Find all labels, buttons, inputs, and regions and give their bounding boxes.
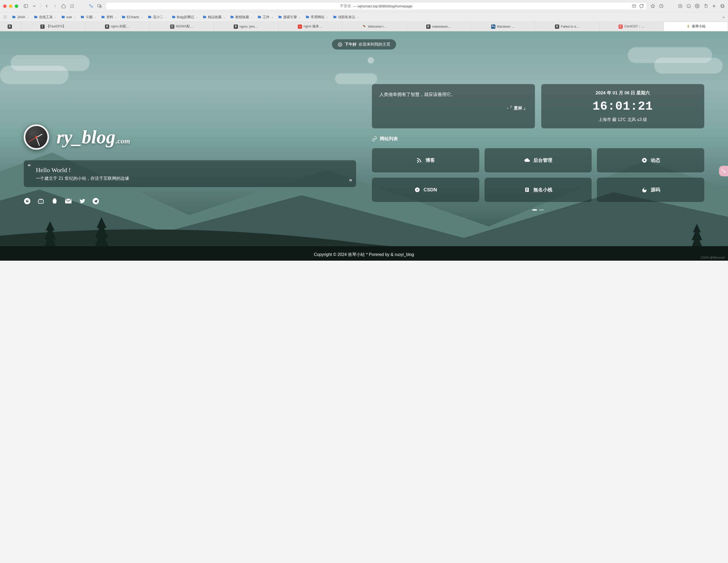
tile-label: 博客: [425, 157, 435, 164]
bilibili-icon[interactable]: [37, 198, 44, 205]
bookmark-folder[interactable]: ECharts⌄: [122, 15, 143, 19]
svg-point-9: [73, 7, 74, 8]
back-icon[interactable]: [44, 4, 49, 8]
browser-tab[interactable]: CCentOS7：…: [600, 22, 664, 31]
svg-point-1: [70, 4, 71, 5]
svg-point-24: [6, 17, 7, 17]
social-links: [24, 198, 356, 205]
site-brand: ry_blog.com: [56, 128, 130, 147]
apps-icon[interactable]: [70, 4, 74, 8]
gear-icon[interactable]: [695, 4, 700, 8]
telegram-icon[interactable]: [92, 198, 99, 205]
reader-icon[interactable]: [632, 4, 636, 8]
tile-label: 無名小栈: [533, 187, 552, 193]
link-tile[interactable]: 后台管理: [485, 148, 592, 172]
svg-point-7: [70, 7, 71, 8]
greeting-pill: 下午好 欢迎来到我的主页: [332, 39, 396, 50]
browser-tab[interactable]: CNGINX配…: [150, 22, 214, 31]
maximize-window-icon[interactable]: [15, 4, 18, 8]
history-icon[interactable]: [659, 4, 664, 8]
page-body: 下午好 欢迎来到我的主页 ry_blog.com ❝ Hello World !…: [0, 31, 728, 261]
date-text: 2024 年 01 月 06 日 星期六: [546, 90, 700, 96]
responsive-icon[interactable]: [97, 4, 102, 8]
gitee-icon[interactable]: [24, 198, 31, 205]
clock-logo-icon: [24, 124, 49, 150]
mail-icon[interactable]: [65, 198, 72, 205]
info-icon: [338, 42, 343, 47]
browser-tab[interactable]: Bnginx 的配…: [85, 22, 150, 31]
bookmark-folder[interactable]: Bolg折腾记⌄: [172, 15, 198, 20]
bookmark-folder[interactable]: 常用网站⌄: [305, 15, 328, 20]
bookmark-folder[interactable]: 精品收藏⌄: [203, 15, 225, 20]
browser-tab[interactable]: B: [0, 22, 21, 31]
share-icon[interactable]: [703, 4, 708, 8]
bookmark-folder[interactable]: vue⌄: [61, 15, 76, 19]
bookmark-folder[interactable]: 搜索引擎⌄: [278, 15, 301, 20]
bookmark-folder[interactable]: 在线工具⌄: [34, 15, 56, 20]
svg-rect-18: [721, 4, 724, 7]
browser-tab[interactable]: PsMardown …: [471, 22, 535, 31]
bookmark-folder[interactable]: 工作⌄: [257, 15, 273, 20]
bookmarks-overflow-icon[interactable]: »: [722, 15, 725, 20]
svg-rect-31: [38, 200, 44, 204]
svg-point-22: [4, 17, 4, 17]
link-tile[interactable]: 無名小栈: [485, 178, 592, 202]
left-column: ry_blog.com ❝ Hello World ! 一个建立于 21 世纪的…: [24, 84, 356, 245]
browser-tab[interactable]: BFailed to e…: [535, 22, 600, 31]
apps-grid-icon[interactable]: [3, 15, 7, 19]
pager-dot-active[interactable]: [532, 209, 537, 211]
bookmark-folder[interactable]: 绿联私有云⌄: [333, 15, 359, 20]
hello-card: ❝ Hello World ! 一个建立于 21 世纪的小站，存活于互联网的边缘…: [24, 160, 356, 187]
home-icon[interactable]: [61, 4, 66, 8]
quote-text: 人类侥幸拥有了智慧，就应该善用它。: [379, 91, 528, 98]
chevron-down-icon[interactable]: [32, 4, 37, 8]
footer-text: Copyright © 2024 依琴小站 * Porered by & ruo…: [0, 252, 728, 258]
link-tile[interactable]: 源码: [597, 178, 704, 202]
new-tab-icon[interactable]: [712, 4, 716, 8]
link-tile[interactable]: 博客: [372, 148, 479, 172]
browser-chrome: 不安全 — wjhsmart.top:8080/blog/homepage JA…: [0, 0, 728, 31]
browser-tab[interactable]: 🧍依琴小站: [664, 22, 728, 31]
bookmark-folder[interactable]: JAVA⌄: [12, 15, 29, 19]
close-window-icon[interactable]: [3, 4, 7, 8]
translate-fab[interactable]: [719, 166, 728, 176]
forward-icon[interactable]: [53, 4, 58, 8]
bookmark-folder[interactable]: 教程收藏⌄: [230, 15, 253, 20]
svg-point-4: [70, 6, 71, 6]
browser-tab[interactable]: Bmakedown…: [407, 22, 471, 31]
link-tile[interactable]: CSDN: [372, 178, 479, 202]
browser-tab[interactable]: Bnginx: [em…: [214, 22, 278, 31]
bookmark-folder[interactable]: 花小二⌄: [148, 15, 167, 20]
bookmark-folder[interactable]: 资料⌄: [101, 15, 117, 20]
browser-tab[interactable]: Z【FastDFS】: [21, 22, 85, 31]
bookmark-folder[interactable]: 斗图⌄: [80, 15, 96, 20]
svg-point-6: [73, 6, 74, 6]
pager-dot[interactable]: [539, 209, 544, 211]
tab-strip: BZ【FastDFS】Bnginx 的配…CNGINX配…Bnginx: [em…: [0, 22, 728, 31]
url-text: — wjhsmart.top:8080/blog/homepage: [353, 4, 412, 8]
link-tile[interactable]: 动态: [597, 148, 704, 172]
quote-open-icon: ❝: [27, 163, 31, 170]
reload-icon[interactable]: [639, 4, 644, 8]
info-icon[interactable]: [686, 4, 691, 8]
download-icon[interactable]: [678, 4, 683, 8]
svg-point-25: [4, 18, 4, 18]
svg-point-35: [644, 160, 645, 161]
logo-row: ry_blog.com: [24, 124, 356, 150]
tabs-overview-icon[interactable]: [720, 4, 725, 8]
star-icon[interactable]: [650, 4, 655, 8]
sidebar-icon[interactable]: [23, 4, 28, 8]
moon-icon: [368, 57, 374, 64]
twitter-icon[interactable]: [79, 198, 85, 205]
svg-point-16: [697, 6, 698, 7]
address-bar[interactable]: 不安全 — wjhsmart.top:8080/blog/homepage: [106, 2, 647, 10]
translate-icon[interactable]: [89, 4, 93, 8]
qq-icon[interactable]: [51, 198, 58, 205]
browser-tab[interactable]: 🪶Welcome t…: [342, 22, 407, 31]
greeting-text: 欢迎来到我的主页: [359, 42, 390, 47]
minimize-window-icon[interactable]: [9, 4, 12, 8]
toolbar: 不安全 — wjhsmart.top:8080/blog/homepage: [0, 0, 728, 12]
svg-point-19: [4, 16, 4, 16]
browser-tab[interactable]: •nginx 服务…: [278, 22, 343, 31]
watermark-text: CSDN @Wjhsmart: [701, 256, 725, 259]
